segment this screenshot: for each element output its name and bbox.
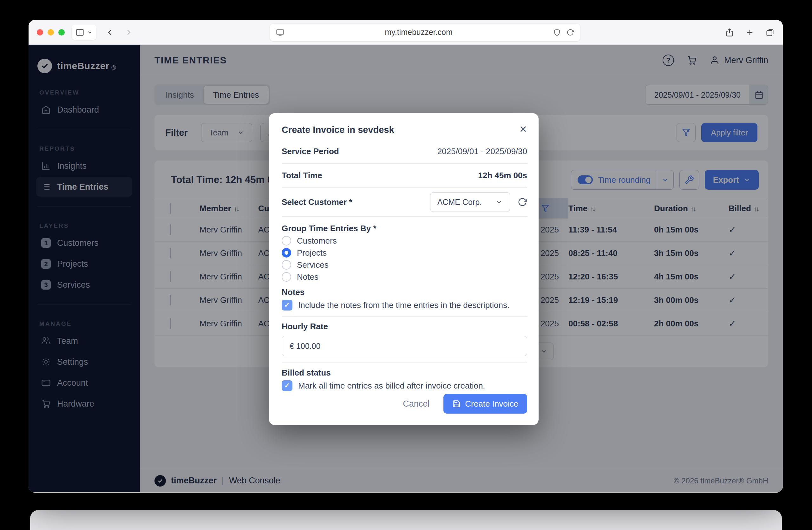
radio-option-notes[interactable]: Notes <box>282 272 527 282</box>
include-notes-checkbox-row[interactable]: ✓ Include the notes from the time entrie… <box>282 300 527 310</box>
create-invoice-button[interactable]: Create Invoice <box>444 394 527 414</box>
create-invoice-label: Create Invoice <box>465 399 518 409</box>
total-time-label: Total Time <box>282 171 322 180</box>
new-tab-icon[interactable] <box>745 28 754 37</box>
reload-icon[interactable] <box>566 29 574 36</box>
cancel-button[interactable]: Cancel <box>403 399 430 409</box>
customer-select[interactable]: ACME Corp. <box>430 192 510 212</box>
dialog-title: Create Invoice in sevdesk <box>282 124 394 135</box>
checkbox-checked-icon[interactable]: ✓ <box>282 380 292 391</box>
radio-label: Services <box>297 260 329 270</box>
app-content: timeBuzzer ® OVERVIEW Dashboard REPORTS … <box>29 45 783 492</box>
service-period-value: 2025/09/01 - 2025/09/30 <box>437 147 527 156</box>
checkbox-label: Mark all time entries as billed after in… <box>298 381 485 391</box>
billed-status-label: Billed status <box>282 368 527 378</box>
radio-icon[interactable] <box>282 272 291 282</box>
radio-option-projects[interactable]: Projects <box>282 248 527 257</box>
customer-select-value: ACME Corp. <box>437 197 482 207</box>
service-period-label: Service Period <box>282 147 339 156</box>
radio-label: Notes <box>297 272 318 282</box>
browser-window: my.timebuzzer.com timeBuzzer ® OVERVIEW … <box>29 20 783 492</box>
radio-label: Customers <box>297 236 337 246</box>
radio-option-customers[interactable]: Customers <box>282 236 527 246</box>
sidebar-toggle-button[interactable] <box>72 25 97 40</box>
select-customer-label: Select Customer * <box>282 197 352 207</box>
create-invoice-dialog: Create Invoice in sevdesk ✕ Service Peri… <box>269 113 539 425</box>
hourly-rate-label: Hourly Rate <box>282 322 527 332</box>
refresh-icon[interactable] <box>518 197 527 207</box>
total-time-value: 12h 45m 00s <box>478 171 527 180</box>
minimize-window-button[interactable] <box>47 29 54 35</box>
radio-icon[interactable] <box>282 260 291 269</box>
back-button[interactable] <box>105 28 114 37</box>
privacy-shield-icon[interactable] <box>553 29 561 36</box>
checkbox-checked-icon[interactable]: ✓ <box>282 300 292 310</box>
radio-icon[interactable] <box>282 236 291 246</box>
chevron-down-icon <box>87 29 92 35</box>
group-by-label: Group Time Entries By * <box>282 224 527 233</box>
radio-label: Projects <box>297 248 327 258</box>
chevron-down-icon <box>495 198 503 206</box>
address-bar[interactable]: my.timebuzzer.com <box>270 24 580 41</box>
zoom-window-button[interactable] <box>58 29 65 35</box>
divider <box>282 363 527 363</box>
notes-section-label: Notes <box>282 288 527 297</box>
share-icon[interactable] <box>725 28 734 37</box>
panel-left-icon <box>75 28 84 37</box>
close-window-button[interactable] <box>37 29 43 35</box>
traffic-lights <box>37 29 65 35</box>
page-icon <box>276 28 284 36</box>
divider <box>282 188 527 188</box>
forward-button[interactable] <box>124 28 133 37</box>
tab-overview-icon[interactable] <box>766 28 774 37</box>
divider <box>282 163 527 164</box>
checkbox-label: Include the notes from the time entries … <box>298 300 509 310</box>
browser-toolbar: my.timebuzzer.com <box>29 20 783 45</box>
save-icon <box>452 400 461 408</box>
hourly-rate-input[interactable] <box>282 336 527 356</box>
divider <box>282 216 527 217</box>
close-icon[interactable]: ✕ <box>519 124 527 134</box>
radio-option-services[interactable]: Services <box>282 260 527 269</box>
divider <box>282 316 527 316</box>
url-text: my.timebuzzer.com <box>284 28 553 37</box>
mark-billed-checkbox-row[interactable]: ✓ Mark all time entries as billed after … <box>282 380 527 391</box>
background-window <box>30 510 782 530</box>
radio-selected-icon[interactable] <box>282 248 291 257</box>
